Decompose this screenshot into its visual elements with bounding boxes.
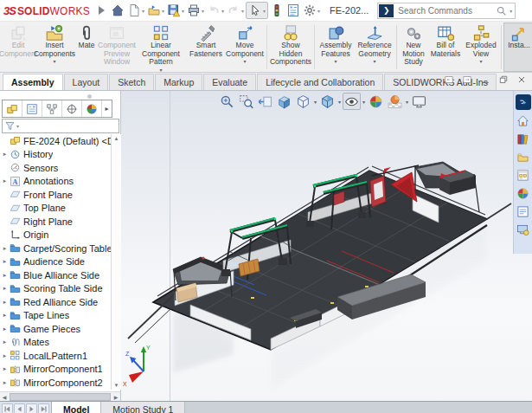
search-input[interactable] — [396, 5, 496, 16]
scroll-right-icon[interactable]: ▶ — [112, 394, 120, 400]
expand-arrow-icon[interactable]: ▸ — [1, 312, 9, 319]
view-settings-icon[interactable] — [410, 93, 428, 110]
dropdown-arrow-icon[interactable]: ▾ — [406, 99, 408, 105]
redo-icon[interactable]: ▾ — [226, 3, 245, 18]
tree-item-red-alliance-side[interactable]: ▸Red Alliance Side — [1, 295, 111, 309]
expand-arrow-icon[interactable]: ▸ — [1, 285, 9, 292]
section-view-icon[interactable] — [275, 93, 293, 110]
solidworks-resources-icon[interactable] — [516, 113, 531, 128]
tab-markup[interactable]: Markup — [155, 74, 202, 90]
tree-item-carpet-scoring-table[interactable]: ▸Carpet/Scoring Table — [1, 242, 111, 255]
dropdown-arrow-icon[interactable]: ▾ — [479, 59, 482, 65]
zoom-to-fit-icon[interactable] — [218, 93, 236, 110]
dropdown-arrow-icon[interactable]: ▾ — [53, 59, 55, 65]
ribbon-new-motion-study-button[interactable]: New Motion Study — [399, 23, 428, 72]
tree-item-right-plane[interactable]: Right Plane — [1, 215, 111, 229]
first-tab-icon[interactable] — [2, 403, 13, 413]
restore-icon[interactable] — [498, 74, 509, 85]
dropdown-arrow-icon[interactable]: ▾ — [338, 99, 341, 105]
featuremanager-tree-tab[interactable] — [3, 100, 22, 117]
tree-item-annotations[interactable]: ▸AAnnotations — [1, 175, 111, 189]
tree-item-game-pieces[interactable]: ▸Game Pieces — [1, 322, 111, 336]
tree-item-blue-alliance-side[interactable]: ▸Blue Alliance Side — [1, 268, 111, 282]
tree-item-scoring-table-side[interactable]: ▸Scoring Table Side — [1, 282, 111, 296]
view-orientation-icon[interactable] — [294, 93, 312, 110]
ribbon-exploded-view-button[interactable]: Exploded View▾ — [463, 23, 499, 72]
edit-appearance-icon[interactable] — [367, 93, 385, 110]
expand-arrow-icon[interactable]: ▸ — [1, 352, 9, 359]
ribbon-reference-geometry-button[interactable]: Reference Geometry▾ — [355, 23, 394, 72]
forum-icon[interactable] — [516, 222, 531, 237]
dropdown-arrow-icon[interactable]: ▾ — [243, 59, 246, 65]
dropdown-arrow-icon[interactable]: ▾ — [317, 8, 320, 14]
expand-arrow-icon[interactable]: ▸ — [1, 379, 9, 386]
expand-arrow-icon[interactable]: ▸ — [1, 326, 9, 332]
design-library-icon[interactable] — [516, 131, 531, 146]
expand-arrow-icon[interactable]: ▸ — [1, 339, 9, 345]
ribbon-linear-component-pattern-button[interactable]: Linear Component Pattern▾ — [135, 23, 187, 72]
pane-left-icon[interactable] — [444, 74, 454, 85]
displaymanager-tab[interactable] — [82, 100, 102, 117]
tab-evaluate[interactable]: Evaluate — [203, 74, 256, 90]
tab-layout[interactable]: Layout — [64, 74, 109, 90]
ribbon-assembly-features-button[interactable]: Assembly Features▾ — [317, 23, 355, 72]
tree-item-audience-side[interactable]: ▸Audience Side — [1, 255, 111, 269]
motion-study-tab[interactable]: Motion Study 1 — [101, 402, 185, 413]
tabs-overflow-icon[interactable]: ▸ — [102, 100, 112, 117]
ribbon-bill-of-materials-button[interactable]: Bill of Materials — [428, 23, 463, 72]
ribbon-show-hidden-components-button[interactable]: Show Hidden Components — [269, 23, 312, 72]
dropdown-arrow-icon[interactable]: ▾ — [373, 59, 375, 65]
search-dropdown-icon[interactable]: ▾ — [510, 8, 512, 14]
dropdown-arrow-icon[interactable]: ▾ — [182, 8, 184, 14]
file-explorer-icon[interactable] — [516, 149, 531, 165]
expand-arrow-icon[interactable]: ▸ — [1, 272, 9, 279]
dropdown-arrow-icon[interactable]: ▾ — [241, 8, 244, 14]
ribbon-insta-button[interactable]: Insta... — [503, 23, 532, 72]
display-style-icon[interactable] — [318, 93, 337, 110]
previous-view-icon[interactable] — [256, 93, 274, 110]
tab-sketch[interactable]: Sketch — [109, 74, 154, 90]
scroll-left-icon[interactable]: ◀ — [0, 394, 9, 400]
ribbon-insert-components-button[interactable]: Insert Components▾ — [35, 23, 74, 72]
minimize-icon[interactable] — [480, 74, 490, 85]
search-icon[interactable] — [496, 5, 507, 16]
ribbon-smart-fasteners-button[interactable]: Smart Fasteners — [187, 23, 225, 72]
scroll-up-icon[interactable]: ▲ — [114, 134, 119, 143]
view-palette-icon[interactable] — [516, 167, 531, 183]
next-tab-icon[interactable] — [26, 403, 37, 413]
graphics-viewport[interactable]: Y Z X — [121, 91, 513, 401]
3dexperience-icon[interactable] — [516, 94, 531, 110]
dropdown-arrow-icon[interactable]: ▾ — [314, 99, 317, 105]
rebuild-icon[interactable] — [269, 3, 285, 18]
select-icon[interactable]: ▾ — [246, 2, 268, 19]
propertymanager-tab[interactable] — [22, 100, 42, 117]
dimxpertmanager-tab[interactable] — [62, 100, 82, 117]
appearances-scenes-icon[interactable] — [516, 185, 531, 201]
tree-item-origin[interactable]: Origin — [1, 229, 111, 242]
panel-splitter-handle[interactable] — [87, 94, 92, 99]
ribbon-component-preview-window-button[interactable]: Component Preview Window — [99, 23, 135, 72]
expand-arrow-icon[interactable]: ▸ — [1, 299, 9, 306]
tree-item-sensors[interactable]: Sensors — [1, 161, 111, 175]
expand-arrow-icon[interactable]: ▸ — [1, 365, 9, 372]
dropdown-arrow-icon[interactable]: ▾ — [162, 8, 164, 14]
tab-lifecycle-and-collaboration[interactable]: Lifecycle and Collaboration — [257, 74, 383, 90]
dropdown-arrow-icon[interactable]: ▾ — [263, 8, 266, 14]
undo-icon[interactable]: ▾ — [206, 3, 225, 18]
close-icon[interactable] — [516, 74, 527, 85]
model-tab[interactable]: Model — [52, 402, 101, 413]
last-tab-icon[interactable] — [38, 403, 49, 413]
dropdown-arrow-icon[interactable]: ▾ — [362, 99, 365, 105]
tree-h-scrollbar[interactable]: ◀ ▶ — [0, 391, 120, 401]
new-document-icon[interactable]: ▾ — [126, 3, 145, 18]
dropdown-arrow-icon[interactable]: ▾ — [221, 8, 224, 14]
apply-scene-icon[interactable] — [386, 93, 404, 110]
file-properties-icon[interactable] — [285, 3, 301, 18]
custom-properties-icon[interactable] — [516, 203, 531, 219]
tree-item-mirrorcomponent2[interactable]: ▸MirrorComponent2 — [1, 376, 111, 390]
expand-arrow-icon[interactable]: ▸ — [1, 177, 9, 184]
open-icon[interactable]: ▾ — [146, 3, 165, 18]
prev-tab-icon[interactable] — [14, 403, 25, 413]
ribbon-move-component-button[interactable]: Move Component▾ — [225, 23, 265, 72]
scroll-down-icon[interactable]: ▼ — [114, 381, 119, 390]
